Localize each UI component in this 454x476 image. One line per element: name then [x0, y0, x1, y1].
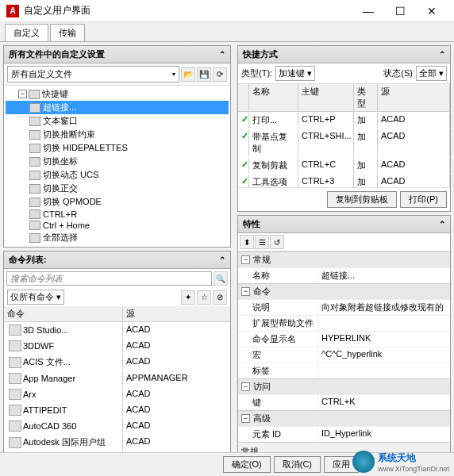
tree-label: 全部选择 — [43, 232, 78, 244]
filter-select[interactable]: 仅所有命令 ▾ — [7, 290, 64, 305]
prop-label: 说明 — [238, 300, 317, 315]
tree-item[interactable]: 文本窗口 — [6, 114, 229, 128]
tree-item-selected[interactable]: 超链接... — [6, 101, 229, 114]
cmd-icon — [9, 420, 21, 432]
cmd-name: 3D Studio... — [23, 325, 68, 335]
tree-label[interactable]: 快捷键 — [42, 88, 68, 100]
close-button[interactable]: ✕ — [416, 0, 448, 22]
print-button[interactable]: 打印(P) — [400, 191, 447, 208]
cmd-icon — [9, 389, 21, 400]
tree-item[interactable]: 全部选择 — [6, 231, 229, 244]
shortcut-row[interactable]: ✓工具选项板CTRL+3加ACAD — [238, 174, 450, 187]
prop-value[interactable]: ^C^C_hyperlink — [317, 347, 450, 363]
cmd-icon — [9, 373, 21, 384]
search-input[interactable] — [6, 271, 212, 286]
shortcut-row[interactable]: ✓打印...CTRL+P加ACAD — [238, 112, 450, 129]
tool-icon[interactable]: ✦ — [181, 290, 195, 305]
prop-value[interactable]: 向对象附着超链接或修改现有的 — [317, 300, 450, 315]
sc-type: 加 — [354, 175, 378, 187]
tree-label: 超链接... — [43, 102, 76, 113]
search-icon[interactable]: 🔍 — [214, 271, 228, 286]
command-row[interactable]: Autodesk 国际用户组ACAD — [4, 434, 230, 451]
collapse-icon[interactable]: ⌃ — [439, 220, 445, 228]
tree-label: 切换 QPMODE — [43, 196, 102, 208]
prop-value[interactable] — [317, 363, 450, 378]
collapse-icon[interactable]: ⌃ — [219, 50, 225, 59]
col-name[interactable]: 名称 — [249, 84, 298, 111]
expand-icon[interactable]: − — [18, 90, 27, 98]
prop-value[interactable] — [317, 316, 450, 331]
status-select[interactable]: 全部 ▾ — [416, 66, 447, 81]
tree-label: 切换 HIDEPALETTES — [43, 142, 128, 154]
expand-icon[interactable]: − — [241, 382, 250, 391]
tree-item[interactable]: 切换 HIDEPALETTES — [6, 141, 229, 155]
col-header-command[interactable]: 命令 — [4, 306, 123, 321]
command-row[interactable]: 3DDWFACAD — [4, 338, 230, 354]
item-icon — [29, 103, 40, 113]
copy-clipboard-button[interactable]: 复制到剪贴板 — [327, 191, 397, 208]
maximize-button[interactable]: ☐ — [384, 0, 416, 22]
col-key[interactable]: 主键 — [298, 84, 354, 111]
sc-type: 加 — [354, 113, 378, 128]
command-row[interactable]: ACIS 文件...ACAD — [4, 354, 230, 370]
tab-transfer[interactable]: 传输 — [50, 24, 85, 41]
command-row[interactable]: AutoCAD 360ACAD — [4, 418, 230, 434]
sort-icon[interactable]: ⬍ — [240, 235, 254, 249]
expand-icon[interactable]: − — [241, 414, 250, 423]
cat-icon[interactable]: ☰ — [255, 235, 269, 249]
customization-tree[interactable]: −快捷键 超链接... 文本窗口切换推断约束切换 HIDEPALETTES切换坐… — [4, 86, 230, 247]
tree-item[interactable]: 切换坐标 — [6, 155, 229, 168]
sc-type: 加 — [354, 158, 378, 173]
tree-item[interactable]: 复制剪裁 — [6, 244, 229, 247]
tree-item[interactable]: 切换动态 UCS — [6, 168, 229, 182]
save-icon[interactable]: 💾 — [197, 67, 211, 82]
command-row[interactable]: 3D Studio...ACAD — [4, 322, 230, 338]
expand-icon[interactable]: − — [241, 287, 250, 296]
tab-customize[interactable]: 自定义 — [5, 24, 48, 41]
tool-icon[interactable]: ☆ — [197, 290, 211, 305]
prop-value[interactable]: ID_Hyperlink — [317, 427, 450, 442]
open-icon[interactable]: 📂 — [181, 67, 195, 82]
tab-bar: 自定义 传输 — [0, 22, 454, 42]
sc-type: 加 — [354, 129, 378, 156]
tree-label: CTRL+R — [43, 209, 77, 219]
collapse-icon[interactable]: ⌃ — [219, 255, 225, 264]
sync-icon[interactable]: ⟳ — [213, 67, 227, 82]
shortcut-row[interactable]: ✓复制剪裁CTRL+C加ACAD — [238, 157, 450, 174]
cmd-source: ACAD — [123, 339, 230, 353]
command-row[interactable]: ArxACAD — [4, 386, 230, 402]
panel-title: 特性 — [243, 218, 260, 230]
command-list[interactable]: 命令 源 3D Studio...ACAD3DDWFACADACIS 文件...… — [4, 306, 230, 476]
tree-item[interactable]: 切换推断约束 — [6, 128, 229, 141]
command-row[interactable]: App ManagerAPPMANAGER — [4, 370, 230, 386]
check-icon: ✓ — [238, 158, 249, 173]
tree-label: 文本窗口 — [43, 115, 78, 127]
file-dropdown[interactable]: 所有自定义文件 ▾ — [7, 66, 179, 83]
shortcuts-table[interactable]: 名称 主键 类型 源 ✓打印...CTRL+P加ACAD✓带基点复制CTRL+S… — [238, 84, 450, 187]
col-type[interactable]: 类型 — [354, 84, 378, 111]
properties-grid[interactable]: −常规 名称超链接... −命令 说明向对象附着超链接或修改现有的扩展型帮助文件… — [238, 251, 450, 442]
cmd-source: ACAD — [123, 435, 230, 450]
type-select[interactable]: 加速键 ▾ — [275, 66, 315, 81]
prop-value[interactable]: HYPERLINK — [317, 332, 450, 347]
check-icon: ✓ — [238, 113, 249, 128]
reset-icon[interactable]: ↺ — [270, 235, 284, 249]
tree-label: 切换坐标 — [43, 155, 78, 167]
command-row[interactable]: ATTIPEDITACAD — [4, 402, 230, 418]
minimize-button[interactable]: — — [352, 0, 384, 22]
tree-item[interactable]: CTRL+R — [6, 209, 229, 220]
prop-value[interactable]: 超链接... — [317, 268, 450, 283]
col-header-source[interactable]: 源 — [123, 306, 230, 321]
ok-button[interactable]: 确定(O) — [223, 456, 271, 473]
collapse-icon[interactable]: ⌃ — [439, 50, 445, 59]
cancel-button[interactable]: 取消(C) — [274, 456, 321, 473]
expand-icon[interactable]: − — [241, 255, 250, 264]
prop-value[interactable]: CTRL+K — [317, 395, 450, 410]
col-source[interactable]: 源 — [378, 84, 450, 111]
sc-key: CTRL+C — [298, 158, 354, 173]
tree-item[interactable]: Ctrl + Home — [6, 220, 229, 231]
tree-item[interactable]: 切换 QPMODE — [6, 195, 229, 209]
tool-icon[interactable]: ⊘ — [213, 290, 227, 305]
tree-item[interactable]: 切换正交 — [6, 182, 229, 195]
shortcut-row[interactable]: ✓带基点复制CTRL+SHI...加ACAD — [238, 129, 450, 157]
